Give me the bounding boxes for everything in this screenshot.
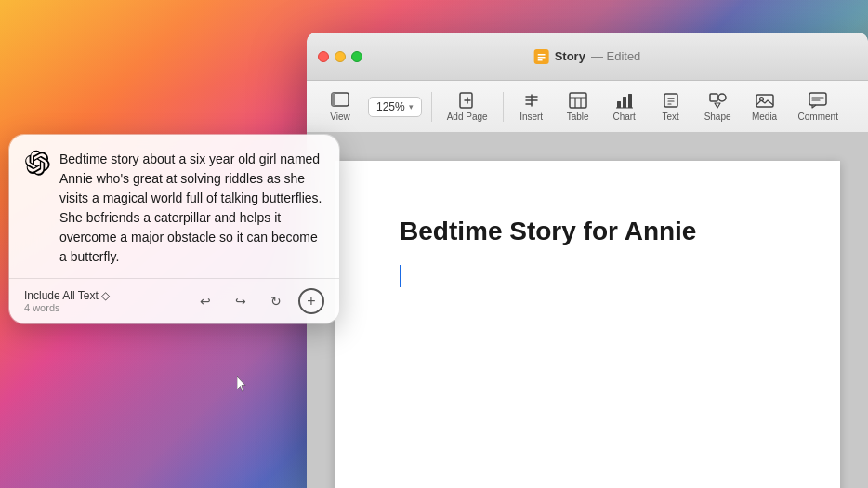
chart-icon (615, 91, 634, 110)
chat-message: Bedtime story about a six year old girl … (24, 150, 324, 267)
toolbar-item-chart[interactable]: Chart (602, 87, 647, 125)
svg-point-26 (718, 94, 726, 101)
toolbar-separator-2 (503, 92, 504, 122)
toolbar: View 125% ▾ Add Page (307, 81, 868, 133)
shape-label: Shape (704, 112, 731, 122)
shape-icon (708, 91, 727, 110)
svg-rect-30 (809, 93, 826, 105)
svg-rect-17 (617, 101, 621, 108)
svg-rect-13 (570, 93, 586, 108)
svg-rect-28 (756, 95, 773, 107)
add-page-label: Add Page (447, 112, 488, 122)
comment-label: Comment (798, 112, 838, 122)
text-cursor (400, 265, 401, 287)
svg-rect-2 (538, 57, 546, 59)
insert-label: Insert (519, 112, 543, 122)
text-label: Text (662, 112, 678, 122)
title-bar: Story — Edited (307, 33, 868, 81)
chat-message-text: Bedtime story about a six year old girl … (59, 150, 324, 267)
toolbar-item-insert[interactable]: Insert (509, 87, 554, 125)
chat-panel: Bedtime story about a six year old girl … (9, 135, 339, 323)
window-edited-label: — Edited (591, 49, 640, 63)
refresh-button[interactable]: ↻ (263, 288, 289, 314)
insert-icon (522, 91, 541, 110)
cursor (237, 376, 248, 393)
pages-window: Story — Edited View 125% ▾ (307, 33, 868, 488)
toolbar-item-comment[interactable]: Comment (789, 87, 848, 125)
chart-label: Chart (612, 112, 635, 122)
table-icon (569, 91, 587, 110)
traffic-lights (318, 51, 362, 62)
svg-rect-1 (538, 54, 546, 56)
word-count-label: 4 words (24, 302, 110, 313)
add-page-icon (458, 91, 477, 110)
toolbar-item-add-page[interactable]: Add Page (438, 87, 497, 125)
undo-button[interactable]: ↩ (192, 288, 218, 314)
window-title: Story (555, 49, 585, 63)
title-bar-center: Story — Edited (534, 49, 641, 64)
document-page: Bedtime Story for Annie (335, 161, 840, 488)
add-button[interactable]: + (298, 288, 324, 314)
zoom-chevron: ▾ (409, 102, 414, 112)
svg-rect-25 (710, 94, 717, 101)
chat-actions: ↩ ↪ ↻ + (192, 288, 324, 314)
chat-footer: Include All Text ◇ 4 words ↩ ↪ ↻ + (9, 278, 339, 323)
svg-rect-18 (623, 97, 626, 108)
svg-rect-21 (664, 94, 677, 107)
svg-rect-5 (332, 93, 335, 106)
zoom-value: 125% (376, 100, 405, 113)
media-icon (756, 91, 774, 110)
toolbar-item-table[interactable]: Table (556, 87, 600, 125)
openai-logo-icon (24, 150, 50, 176)
view-label: View (330, 112, 350, 122)
toolbar-item-shape[interactable]: Shape (695, 87, 741, 125)
chat-content: Bedtime story about a six year old girl … (9, 135, 339, 278)
svg-rect-19 (628, 94, 632, 108)
view-icon (331, 91, 349, 110)
media-label: Media (752, 112, 777, 122)
document-area[interactable]: Bedtime Story for Annie (307, 133, 868, 488)
comment-icon (809, 91, 827, 110)
toolbar-item-view[interactable]: View (318, 87, 362, 125)
app-icon (534, 49, 549, 64)
include-all-text-label[interactable]: Include All Text ◇ (24, 289, 110, 302)
toolbar-item-text[interactable]: Text (649, 87, 693, 125)
zoom-control[interactable]: 125% ▾ (368, 97, 422, 117)
close-button[interactable] (318, 51, 329, 62)
svg-rect-3 (538, 59, 543, 61)
document-title: Bedtime Story for Annie (400, 217, 775, 246)
maximize-button[interactable] (351, 51, 362, 62)
toolbar-separator-1 (431, 92, 432, 122)
minimize-button[interactable] (335, 51, 346, 62)
redo-button[interactable]: ↪ (228, 288, 254, 314)
chat-footer-left: Include All Text ◇ 4 words (24, 289, 110, 313)
table-label: Table (567, 112, 589, 122)
toolbar-item-media[interactable]: Media (743, 87, 787, 125)
text-icon (662, 91, 680, 110)
svg-marker-27 (715, 103, 720, 108)
